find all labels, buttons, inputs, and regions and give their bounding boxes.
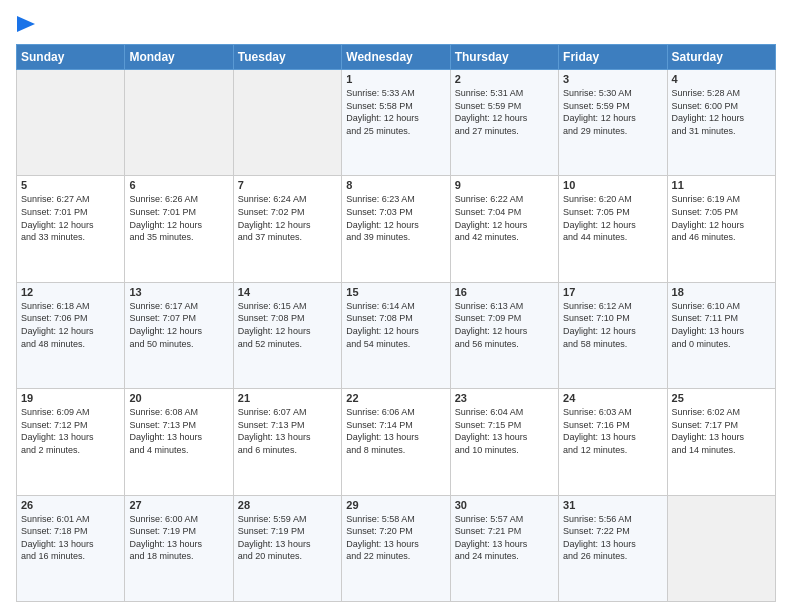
cell-content: Sunrise: 6:04 AM Sunset: 7:15 PM Dayligh… <box>455 406 554 456</box>
cell-content: Sunrise: 6:08 AM Sunset: 7:13 PM Dayligh… <box>129 406 228 456</box>
day-number: 2 <box>455 73 554 85</box>
cell-content: Sunrise: 5:57 AM Sunset: 7:21 PM Dayligh… <box>455 513 554 563</box>
day-number: 28 <box>238 499 337 511</box>
day-number: 20 <box>129 392 228 404</box>
calendar-cell: 23Sunrise: 6:04 AM Sunset: 7:15 PM Dayli… <box>450 389 558 495</box>
day-number: 6 <box>129 179 228 191</box>
cell-content: Sunrise: 6:13 AM Sunset: 7:09 PM Dayligh… <box>455 300 554 350</box>
day-number: 22 <box>346 392 445 404</box>
day-number: 25 <box>672 392 771 404</box>
cell-content: Sunrise: 6:20 AM Sunset: 7:05 PM Dayligh… <box>563 193 662 243</box>
cell-content: Sunrise: 6:22 AM Sunset: 7:04 PM Dayligh… <box>455 193 554 243</box>
calendar-cell: 26Sunrise: 6:01 AM Sunset: 7:18 PM Dayli… <box>17 495 125 601</box>
cell-content: Sunrise: 6:26 AM Sunset: 7:01 PM Dayligh… <box>129 193 228 243</box>
weekday-header-thursday: Thursday <box>450 45 558 70</box>
calendar-cell: 14Sunrise: 6:15 AM Sunset: 7:08 PM Dayli… <box>233 282 341 388</box>
cell-content: Sunrise: 6:14 AM Sunset: 7:08 PM Dayligh… <box>346 300 445 350</box>
day-number: 9 <box>455 179 554 191</box>
weekday-header-tuesday: Tuesday <box>233 45 341 70</box>
day-number: 26 <box>21 499 120 511</box>
calendar-cell: 5Sunrise: 6:27 AM Sunset: 7:01 PM Daylig… <box>17 176 125 282</box>
cell-content: Sunrise: 5:58 AM Sunset: 7:20 PM Dayligh… <box>346 513 445 563</box>
day-number: 16 <box>455 286 554 298</box>
cell-content: Sunrise: 6:10 AM Sunset: 7:11 PM Dayligh… <box>672 300 771 350</box>
calendar-cell: 4Sunrise: 5:28 AM Sunset: 6:00 PM Daylig… <box>667 70 775 176</box>
day-number: 11 <box>672 179 771 191</box>
weekday-header-friday: Friday <box>559 45 667 70</box>
calendar-cell: 21Sunrise: 6:07 AM Sunset: 7:13 PM Dayli… <box>233 389 341 495</box>
calendar-cell: 17Sunrise: 6:12 AM Sunset: 7:10 PM Dayli… <box>559 282 667 388</box>
cell-content: Sunrise: 5:28 AM Sunset: 6:00 PM Dayligh… <box>672 87 771 137</box>
day-number: 12 <box>21 286 120 298</box>
cell-content: Sunrise: 5:33 AM Sunset: 5:58 PM Dayligh… <box>346 87 445 137</box>
cell-content: Sunrise: 6:12 AM Sunset: 7:10 PM Dayligh… <box>563 300 662 350</box>
calendar-cell: 16Sunrise: 6:13 AM Sunset: 7:09 PM Dayli… <box>450 282 558 388</box>
calendar-cell: 12Sunrise: 6:18 AM Sunset: 7:06 PM Dayli… <box>17 282 125 388</box>
calendar-cell: 1Sunrise: 5:33 AM Sunset: 5:58 PM Daylig… <box>342 70 450 176</box>
calendar-cell: 20Sunrise: 6:08 AM Sunset: 7:13 PM Dayli… <box>125 389 233 495</box>
day-number: 13 <box>129 286 228 298</box>
day-number: 17 <box>563 286 662 298</box>
day-number: 19 <box>21 392 120 404</box>
calendar-cell: 27Sunrise: 6:00 AM Sunset: 7:19 PM Dayli… <box>125 495 233 601</box>
calendar-cell: 24Sunrise: 6:03 AM Sunset: 7:16 PM Dayli… <box>559 389 667 495</box>
calendar-cell: 18Sunrise: 6:10 AM Sunset: 7:11 PM Dayli… <box>667 282 775 388</box>
weekday-header-saturday: Saturday <box>667 45 775 70</box>
cell-content: Sunrise: 6:09 AM Sunset: 7:12 PM Dayligh… <box>21 406 120 456</box>
day-number: 18 <box>672 286 771 298</box>
day-number: 3 <box>563 73 662 85</box>
calendar-cell: 13Sunrise: 6:17 AM Sunset: 7:07 PM Dayli… <box>125 282 233 388</box>
week-row-2: 5Sunrise: 6:27 AM Sunset: 7:01 PM Daylig… <box>17 176 776 282</box>
calendar-cell: 8Sunrise: 6:23 AM Sunset: 7:03 PM Daylig… <box>342 176 450 282</box>
day-number: 5 <box>21 179 120 191</box>
header <box>16 16 776 38</box>
day-number: 23 <box>455 392 554 404</box>
page: SundayMondayTuesdayWednesdayThursdayFrid… <box>0 0 792 612</box>
calendar-cell: 25Sunrise: 6:02 AM Sunset: 7:17 PM Dayli… <box>667 389 775 495</box>
calendar-cell <box>125 70 233 176</box>
logo <box>16 16 36 38</box>
cell-content: Sunrise: 6:00 AM Sunset: 7:19 PM Dayligh… <box>129 513 228 563</box>
calendar-cell: 9Sunrise: 6:22 AM Sunset: 7:04 PM Daylig… <box>450 176 558 282</box>
week-row-4: 19Sunrise: 6:09 AM Sunset: 7:12 PM Dayli… <box>17 389 776 495</box>
day-number: 15 <box>346 286 445 298</box>
logo-flag-icon <box>17 16 35 38</box>
cell-content: Sunrise: 5:56 AM Sunset: 7:22 PM Dayligh… <box>563 513 662 563</box>
day-number: 31 <box>563 499 662 511</box>
week-row-1: 1Sunrise: 5:33 AM Sunset: 5:58 PM Daylig… <box>17 70 776 176</box>
week-row-5: 26Sunrise: 6:01 AM Sunset: 7:18 PM Dayli… <box>17 495 776 601</box>
calendar-cell: 2Sunrise: 5:31 AM Sunset: 5:59 PM Daylig… <box>450 70 558 176</box>
calendar-cell <box>667 495 775 601</box>
cell-content: Sunrise: 6:15 AM Sunset: 7:08 PM Dayligh… <box>238 300 337 350</box>
calendar-table: SundayMondayTuesdayWednesdayThursdayFrid… <box>16 44 776 602</box>
day-number: 27 <box>129 499 228 511</box>
calendar-cell: 15Sunrise: 6:14 AM Sunset: 7:08 PM Dayli… <box>342 282 450 388</box>
cell-content: Sunrise: 5:31 AM Sunset: 5:59 PM Dayligh… <box>455 87 554 137</box>
cell-content: Sunrise: 6:17 AM Sunset: 7:07 PM Dayligh… <box>129 300 228 350</box>
day-number: 7 <box>238 179 337 191</box>
day-number: 24 <box>563 392 662 404</box>
cell-content: Sunrise: 6:23 AM Sunset: 7:03 PM Dayligh… <box>346 193 445 243</box>
calendar-cell: 28Sunrise: 5:59 AM Sunset: 7:19 PM Dayli… <box>233 495 341 601</box>
day-number: 10 <box>563 179 662 191</box>
day-number: 14 <box>238 286 337 298</box>
calendar-cell: 30Sunrise: 5:57 AM Sunset: 7:21 PM Dayli… <box>450 495 558 601</box>
weekday-header-sunday: Sunday <box>17 45 125 70</box>
cell-content: Sunrise: 6:19 AM Sunset: 7:05 PM Dayligh… <box>672 193 771 243</box>
calendar-cell: 7Sunrise: 6:24 AM Sunset: 7:02 PM Daylig… <box>233 176 341 282</box>
calendar-cell: 11Sunrise: 6:19 AM Sunset: 7:05 PM Dayli… <box>667 176 775 282</box>
cell-content: Sunrise: 5:59 AM Sunset: 7:19 PM Dayligh… <box>238 513 337 563</box>
cell-content: Sunrise: 6:07 AM Sunset: 7:13 PM Dayligh… <box>238 406 337 456</box>
day-number: 1 <box>346 73 445 85</box>
cell-content: Sunrise: 6:02 AM Sunset: 7:17 PM Dayligh… <box>672 406 771 456</box>
calendar-cell: 19Sunrise: 6:09 AM Sunset: 7:12 PM Dayli… <box>17 389 125 495</box>
svg-marker-0 <box>17 16 35 32</box>
calendar-cell: 6Sunrise: 6:26 AM Sunset: 7:01 PM Daylig… <box>125 176 233 282</box>
cell-content: Sunrise: 5:30 AM Sunset: 5:59 PM Dayligh… <box>563 87 662 137</box>
calendar-cell <box>17 70 125 176</box>
day-number: 8 <box>346 179 445 191</box>
day-number: 29 <box>346 499 445 511</box>
calendar-cell: 22Sunrise: 6:06 AM Sunset: 7:14 PM Dayli… <box>342 389 450 495</box>
calendar-cell: 3Sunrise: 5:30 AM Sunset: 5:59 PM Daylig… <box>559 70 667 176</box>
cell-content: Sunrise: 6:18 AM Sunset: 7:06 PM Dayligh… <box>21 300 120 350</box>
